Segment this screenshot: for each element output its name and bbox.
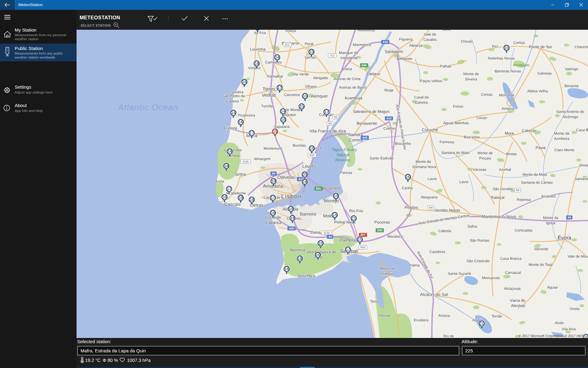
svg-text:Pavia: Pavia: [536, 145, 546, 150]
svg-text:17: 17: [227, 187, 231, 191]
svg-text:15: 15: [333, 213, 337, 217]
svg-text:Mora: Mora: [505, 131, 514, 136]
svg-text:Sapataria: Sapataria: [274, 125, 290, 129]
svg-text:Chancelaria: Chancelaria: [575, 45, 588, 49]
svg-text:A9: A9: [272, 172, 275, 175]
svg-text:15: 15: [504, 46, 509, 50]
svg-text:Monte da Mata: Monte da Mata: [522, 172, 547, 177]
svg-text:Coelhos: Coelhos: [383, 126, 397, 131]
svg-text:Monsarves: Monsarves: [482, 276, 500, 280]
svg-text:Alenquer: Alenquer: [311, 94, 328, 98]
svg-text:Santana do Campo: Santana do Campo: [521, 180, 553, 185]
svg-text:Sismaria Nova: Sismaria Nova: [412, 165, 436, 169]
svg-text:Ulme: Ulme: [443, 30, 451, 32]
svg-text:N4: N4: [516, 189, 519, 192]
svg-text:Cortiço: Cortiço: [513, 40, 525, 45]
svg-text:Barreiras Novas: Barreiras Novas: [495, 69, 521, 73]
svg-text:15: 15: [300, 104, 304, 109]
svg-text:Arraiolos: Arraiolos: [541, 194, 556, 198]
svg-text:Bucelas: Bucelas: [293, 143, 306, 148]
svg-text:Boa Vista: Boa Vista: [464, 135, 479, 139]
svg-text:IC30: IC30: [243, 160, 248, 163]
svg-text:Silveira: Silveira: [465, 77, 477, 81]
svg-text:16: 16: [285, 267, 289, 271]
svg-text:Cadeira: Cadeira: [226, 99, 239, 103]
svg-text:Vila Franca de Xira: Vila Franca de Xira: [310, 128, 346, 133]
svg-text:Ramalhal: Ramalhal: [267, 74, 283, 79]
svg-text:A15: A15: [383, 40, 388, 44]
svg-text:Oriola: Oriola: [570, 307, 579, 311]
svg-text:Apostiça: Apostiça: [290, 247, 305, 252]
svg-text:Vila Verde: Vila Verde: [292, 72, 309, 76]
svg-text:Samora: Samora: [348, 132, 363, 137]
svg-text:Picanceira: Picanceira: [238, 113, 255, 117]
svg-text:Corsas: Corsas: [481, 92, 492, 97]
svg-text:Coruche: Coruche: [422, 127, 438, 132]
svg-text:Natural: Natural: [337, 152, 350, 157]
svg-text:Silveira: Silveira: [231, 90, 243, 94]
svg-text:18: 18: [303, 180, 307, 184]
svg-text:Torre: Torre: [370, 299, 379, 304]
svg-text:E01: E01: [316, 187, 321, 190]
svg-text:15: 15: [309, 50, 314, 54]
svg-text:Rio Frio: Rio Frio: [349, 209, 363, 213]
svg-text:São Geraldo: São Geraldo: [492, 187, 513, 191]
svg-text:E90: E90: [377, 229, 382, 232]
svg-text:Abrigada: Abrigada: [313, 76, 328, 80]
svg-text:Caparica: Caparica: [266, 220, 282, 225]
svg-text:Torres: Torres: [262, 86, 275, 92]
svg-text:Carrascal: Carrascal: [505, 270, 521, 275]
svg-text:N10: N10: [310, 154, 315, 157]
svg-text:Monte do Tojal: Monte do Tojal: [529, 263, 552, 267]
svg-text:Monte de: Monte de: [477, 151, 493, 155]
svg-text:16: 16: [406, 175, 410, 179]
svg-text:Poceirao: Poceirao: [374, 220, 390, 224]
svg-text:16: 16: [310, 146, 314, 151]
svg-text:Palhas: Palhas: [440, 64, 451, 68]
svg-text:ba Fria: ba Fria: [254, 31, 266, 35]
svg-text:21: 21: [480, 321, 484, 326]
svg-text:Chouto: Chouto: [461, 39, 473, 44]
svg-text:A6: A6: [567, 216, 571, 219]
svg-text:Valongo: Valongo: [565, 67, 578, 71]
svg-text:Benavente: Benavente: [357, 121, 377, 126]
svg-text:Rabaçal: Rabaçal: [491, 195, 504, 200]
svg-text:17: 17: [346, 247, 350, 252]
svg-text:Aldeia Velha: Aldeia Velha: [527, 89, 548, 93]
svg-text:Monte da: Monte da: [543, 216, 558, 220]
svg-text:Casa Br: Casa Br: [576, 128, 588, 132]
svg-text:17: 17: [250, 131, 254, 135]
svg-text:Ereira: Ereira: [342, 67, 352, 71]
svg-text:Santo António do: Santo António do: [556, 109, 584, 114]
svg-text:E80: E80: [362, 64, 367, 67]
svg-text:Azambuja: Azambuja: [345, 96, 363, 100]
svg-text:Lisbon: Lisbon: [281, 193, 302, 200]
svg-text:18: 18: [224, 164, 228, 168]
svg-text:Alcochete: Alcochete: [322, 186, 341, 190]
svg-text:Pinçais: Pinçais: [479, 156, 491, 160]
svg-text:Águas Belinhas: Águas Belinhas: [443, 121, 469, 125]
svg-text:Vila Alva: Vila Alva: [562, 327, 576, 331]
svg-text:Tagus Estuary: Tagus Estuary: [332, 147, 357, 152]
svg-text:16: 16: [318, 241, 323, 245]
svg-text:Casebres: Casebres: [429, 250, 445, 254]
svg-text:Almargem: Almargem: [254, 157, 271, 161]
svg-text:Atlantic Ocean: Atlantic Ocean: [118, 103, 179, 112]
svg-text:Vale de Moura: Vale de Moura: [567, 254, 588, 259]
svg-text:Campelos: Campelos: [265, 60, 282, 64]
svg-text:A2: A2: [328, 235, 332, 238]
svg-text:Intendente: Intendente: [341, 56, 358, 60]
svg-text:Marmeleira: Marmeleira: [353, 43, 371, 47]
svg-text:IC2: IC2: [330, 54, 334, 57]
svg-text:Ponte de Sor: Ponte de Sor: [529, 44, 552, 49]
svg-text:17: 17: [277, 86, 282, 90]
svg-text:Monte da: Monte da: [554, 131, 569, 136]
svg-text:18: 18: [290, 216, 295, 220]
svg-text:Corticadas: Corticadas: [515, 228, 532, 232]
svg-text:Caneira: Caneira: [415, 100, 428, 105]
svg-text:Monte do: Monte do: [380, 266, 395, 271]
svg-text:18: 18: [298, 256, 302, 261]
svg-text:Vimeiro: Vimeiro: [248, 66, 261, 70]
svg-text:1007.3 hPa: 1007.3 hPa: [127, 358, 151, 363]
svg-text:Vale de: Vale de: [424, 32, 436, 36]
